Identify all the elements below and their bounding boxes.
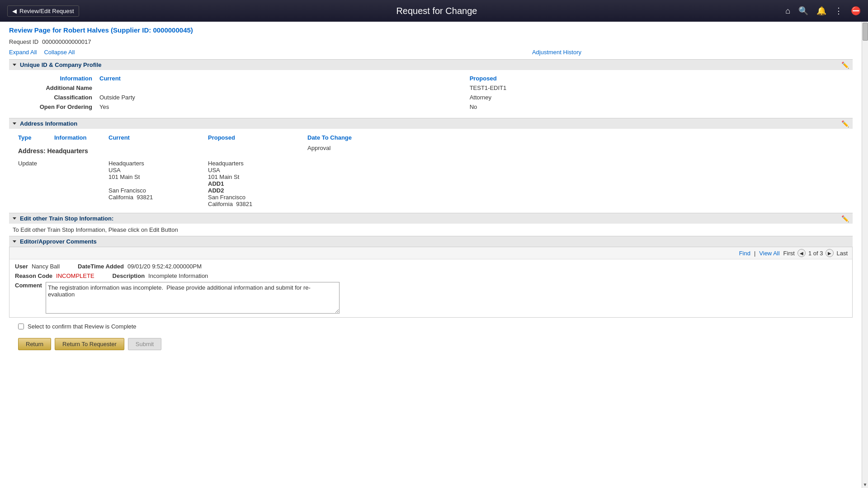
row-label: Additional Name — [14, 83, 96, 93]
unique-id-edit-icon[interactable]: ✏️ — [841, 61, 849, 69]
address-table: Type Information Current Proposed Date T… — [14, 132, 847, 209]
comments-row2: Reason Code INCOMPLETE Description Incom… — [15, 272, 847, 279]
return-button[interactable]: Return — [18, 338, 51, 350]
row-current: Yes — [96, 102, 466, 112]
find-link[interactable]: Find — [739, 250, 750, 257]
comment-row: Comment The registration information was… — [15, 282, 847, 314]
buttons-row: Return Return To Requester Submit — [9, 335, 853, 355]
table-row: Additional Name TEST1-EDIT1 — [14, 83, 847, 93]
more-icon[interactable]: ⋮ — [835, 6, 843, 16]
adjustment-history-link[interactable]: Adjustment History — [532, 49, 581, 56]
addr-col-proposed: Proposed — [204, 132, 304, 143]
scrollbar-thumb[interactable] — [863, 23, 868, 41]
reason-code-label: Reason Code — [15, 272, 52, 279]
row-current: Outside Party — [96, 93, 466, 102]
address-info — [51, 158, 105, 209]
address-section-header[interactable]: Address Information ✏️ — [9, 118, 853, 129]
unique-id-table: Information Current Proposed Additional … — [14, 74, 847, 112]
train-stop-section: Edit other Train Stop Information: ✏️ To… — [9, 213, 853, 236]
page-title: Review Page for Robert Halves (Supplier … — [9, 26, 853, 34]
comments-section-header[interactable]: Editor/Approver Comments — [9, 236, 853, 247]
expand-all-link[interactable]: Expand All — [9, 49, 37, 56]
datetime-label: DateTime Added — [78, 263, 124, 270]
address-proposed: HeadquartersUSA101 Main StADD1ADD2San Fr… — [204, 158, 304, 209]
train-stop-chevron-icon — [13, 217, 16, 220]
train-stop-edit-icon[interactable]: ✏️ — [841, 215, 849, 222]
scrollbar[interactable]: ▼ — [862, 22, 868, 359]
pagination-text: 1 of 3 — [808, 250, 823, 257]
addr-col-current: Current — [105, 132, 204, 143]
comment-textarea[interactable]: The registration information was incompl… — [46, 282, 340, 314]
comments-row1: User Nancy Ball DateTime Added 09/01/20 … — [15, 263, 847, 270]
comments-section: Editor/Approver Comments Find | View All… — [9, 236, 853, 318]
address-current: HeadquartersUSA101 Main StSan FranciscoC… — [105, 158, 204, 209]
return-to-requester-button[interactable]: Return To Requester — [55, 338, 124, 350]
view-all-link[interactable]: View All — [759, 250, 779, 257]
user-value: Nancy Ball — [32, 263, 60, 270]
request-id-label: Request ID — [9, 38, 38, 45]
unique-id-section-header[interactable]: Unique ID & Company Profile ✏️ — [9, 60, 853, 70]
last-label: Last — [836, 250, 848, 257]
header-icons: ⌂ 🔍 🔔 ⋮ ⛔ — [785, 6, 861, 16]
first-label: First — [783, 250, 795, 257]
row-label: Open For Ordering — [14, 102, 96, 112]
collapse-all-link[interactable]: Collapse All — [44, 49, 75, 56]
train-stop-body: To Edit other Train Stop Information, Pl… — [9, 224, 853, 236]
train-stop-section-title: Edit other Train Stop Information: — [20, 215, 113, 222]
request-id-value: 000000000000017 — [42, 38, 91, 45]
cancel-icon[interactable]: ⛔ — [851, 6, 861, 16]
page-content: Review Page for Robert Halves (Supplier … — [0, 22, 862, 359]
row-current — [96, 83, 466, 93]
address-section-title: Address Information — [20, 120, 77, 127]
unique-id-section: Unique ID & Company Profile ✏️ Informati… — [9, 59, 853, 118]
addr-col-type: Type — [14, 132, 51, 143]
search-icon[interactable]: 🔍 — [798, 6, 808, 16]
row-proposed: No — [466, 102, 847, 112]
confirm-label: Select to confirm that Review is Complet… — [28, 323, 137, 330]
unique-id-section-body: Information Current Proposed Additional … — [9, 70, 853, 118]
train-stop-text: To Edit other Train Stop Information, Pl… — [9, 224, 853, 236]
comment-label: Comment — [15, 282, 42, 289]
table-row: Open For Ordering Yes No — [14, 102, 847, 112]
back-button[interactable]: ◀ Review/Edit Request — [7, 5, 79, 17]
train-stop-section-header[interactable]: Edit other Train Stop Information: ✏️ — [9, 213, 853, 224]
row-proposed: TEST1-EDIT1 — [466, 83, 847, 93]
datetime-field: DateTime Added 09/01/20 9:52:42.000000PM — [78, 263, 202, 270]
submit-button[interactable]: Submit — [128, 338, 161, 350]
confirm-checkbox[interactable] — [18, 324, 24, 329]
page-header-title: Request for Change — [88, 6, 785, 16]
address-date-empty — [304, 158, 847, 209]
col-proposed: Proposed — [466, 74, 847, 83]
datetime-value: 09/01/20 9:52:42.000000PM — [127, 263, 202, 270]
user-label: User — [15, 263, 28, 270]
next-page-button[interactable]: ▶ — [826, 249, 834, 257]
addr-col-info: Information — [51, 132, 105, 143]
bell-icon[interactable]: 🔔 — [816, 6, 826, 16]
address-label-row: Address: Headquarters Approval — [14, 143, 847, 158]
pagination-nav: First ◀ 1 of 3 ▶ Last — [783, 249, 848, 257]
address-chevron-icon — [13, 122, 16, 125]
request-id-row: Request ID 000000000000017 — [9, 38, 853, 45]
address-type: Update — [14, 158, 51, 209]
address-hq-label: Address: Headquarters — [18, 147, 300, 155]
row-proposed: Attorney — [466, 93, 847, 102]
comments-chevron-icon — [13, 240, 16, 243]
prev-page-button[interactable]: ◀ — [797, 249, 806, 257]
address-section: Address Information ✏️ Type Information … — [9, 118, 853, 213]
home-icon[interactable]: ⌂ — [785, 6, 790, 16]
comments-toolbar: Find | View All First ◀ 1 of 3 ▶ Last — [9, 247, 852, 259]
address-edit-icon[interactable]: ✏️ — [841, 120, 849, 127]
address-section-body: Type Information Current Proposed Date T… — [9, 129, 853, 213]
reason-code-value: INCOMPLETE — [56, 272, 94, 279]
comments-body: User Nancy Ball DateTime Added 09/01/20 … — [9, 259, 852, 317]
expand-collapse-row: Expand All Collapse All Adjustment Histo… — [9, 49, 853, 56]
comments-section-title: Editor/Approver Comments — [20, 238, 97, 245]
description-label: Description — [113, 272, 145, 279]
col-current: Current — [96, 74, 466, 83]
comments-content: Find | View All First ◀ 1 of 3 ▶ Last Us… — [9, 247, 853, 318]
table-row: Classification Outside Party Attorney — [14, 93, 847, 102]
unique-id-section-title: Unique ID & Company Profile — [20, 61, 102, 68]
header: ◀ Review/Edit Request Request for Change… — [0, 0, 868, 22]
back-arrow-icon: ◀ — [12, 8, 17, 14]
confirm-row: Select to confirm that Review is Complet… — [9, 318, 853, 335]
